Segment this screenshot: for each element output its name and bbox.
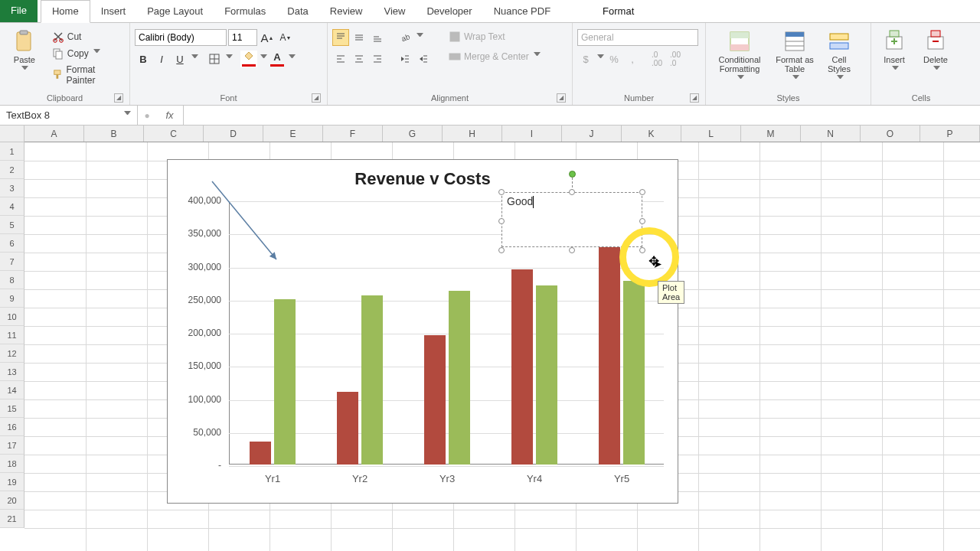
bar-revenue-yr4[interactable] bbox=[511, 269, 533, 465]
cut-button[interactable]: Cut bbox=[49, 29, 125, 44]
decrease-decimal-button[interactable]: .00.0 bbox=[667, 51, 684, 67]
col-K[interactable]: K bbox=[622, 126, 681, 142]
bar-costs-yr5[interactable] bbox=[623, 281, 645, 465]
alignment-launcher-icon[interactable]: ◢ bbox=[557, 93, 566, 103]
row-9[interactable]: 9 bbox=[0, 289, 24, 308]
rotation-handle[interactable] bbox=[569, 171, 576, 178]
insert-cells-button[interactable]: Insert bbox=[876, 29, 913, 75]
row-7[interactable]: 7 bbox=[0, 253, 24, 271]
fill-color-button[interactable] bbox=[240, 51, 257, 67]
row-20[interactable]: 20 bbox=[0, 491, 24, 510]
row-15[interactable]: 15 bbox=[0, 399, 24, 418]
col-L[interactable]: L bbox=[681, 126, 741, 142]
bar-revenue-yr3[interactable] bbox=[424, 335, 446, 465]
align-middle-button[interactable] bbox=[351, 29, 368, 46]
cell-styles-button[interactable]: Cell Styles bbox=[821, 29, 858, 84]
format-as-table-button[interactable]: Format as Table bbox=[773, 29, 816, 84]
comma-format-button[interactable]: , bbox=[624, 51, 641, 67]
borders-button[interactable] bbox=[206, 51, 223, 67]
arrow-annotation[interactable] bbox=[206, 175, 290, 267]
row-14[interactable]: 14 bbox=[0, 381, 24, 399]
increase-indent-button[interactable] bbox=[415, 51, 432, 67]
clipboard-launcher-icon[interactable]: ◢ bbox=[114, 93, 123, 103]
paste-button[interactable]: Paste bbox=[5, 29, 44, 75]
bar-costs-yr2[interactable] bbox=[361, 295, 383, 465]
tab-home[interactable]: Home bbox=[41, 0, 90, 23]
copy-button[interactable]: Copy bbox=[49, 46, 125, 61]
tab-insert[interactable]: Insert bbox=[90, 0, 137, 22]
font-color-button[interactable]: A bbox=[269, 51, 286, 67]
number-format-select[interactable] bbox=[577, 29, 698, 46]
tab-view[interactable]: View bbox=[373, 0, 416, 22]
tab-format-context[interactable]: Format bbox=[592, 0, 645, 22]
tab-data[interactable]: Data bbox=[276, 0, 318, 22]
decrease-indent-button[interactable] bbox=[397, 51, 413, 67]
select-all-corner[interactable] bbox=[0, 126, 24, 142]
col-A[interactable]: A bbox=[24, 126, 84, 142]
row-2[interactable]: 2 bbox=[0, 161, 24, 179]
worksheet[interactable]: ABCDEFGHIJKLMNOP 12345678910111213141516… bbox=[0, 126, 980, 551]
handle-n[interactable] bbox=[569, 189, 575, 195]
col-G[interactable]: G bbox=[383, 126, 443, 142]
accounting-format-button[interactable]: $ bbox=[577, 51, 594, 67]
bold-button[interactable]: B bbox=[135, 51, 152, 67]
col-O[interactable]: O bbox=[861, 126, 920, 142]
col-I[interactable]: I bbox=[502, 126, 562, 142]
handle-sw[interactable] bbox=[498, 247, 505, 253]
row-5[interactable]: 5 bbox=[0, 216, 24, 234]
font-name-select[interactable] bbox=[135, 29, 227, 46]
row-3[interactable]: 3 bbox=[0, 179, 24, 197]
col-F[interactable]: F bbox=[323, 126, 383, 142]
col-J[interactable]: J bbox=[562, 126, 622, 142]
handle-ne[interactable] bbox=[639, 189, 645, 195]
align-top-button[interactable] bbox=[332, 29, 349, 46]
handle-nw[interactable] bbox=[498, 189, 505, 195]
underline-button[interactable]: U bbox=[172, 51, 188, 67]
format-painter-button[interactable]: Format Painter bbox=[49, 63, 125, 87]
row-1[interactable]: 1 bbox=[0, 142, 24, 161]
number-launcher-icon[interactable]: ◢ bbox=[690, 93, 699, 103]
delete-cells-button[interactable]: Delete bbox=[917, 29, 954, 75]
tab-review[interactable]: Review bbox=[319, 0, 374, 22]
tab-formulas[interactable]: Formulas bbox=[214, 0, 276, 22]
conditional-formatting-button[interactable]: Conditional Formatting bbox=[710, 29, 769, 84]
bar-costs-yr4[interactable] bbox=[536, 285, 557, 465]
percent-format-button[interactable]: % bbox=[606, 51, 622, 67]
fx-icon[interactable]: fx bbox=[156, 106, 184, 125]
bar-costs-yr1[interactable] bbox=[274, 299, 296, 465]
orientation-button[interactable]: ab bbox=[397, 29, 413, 46]
row-13[interactable]: 13 bbox=[0, 363, 24, 381]
bar-revenue-yr2[interactable] bbox=[337, 392, 358, 465]
chart-textbox[interactable]: Good bbox=[501, 192, 642, 247]
col-H[interactable]: H bbox=[443, 126, 502, 142]
handle-s[interactable] bbox=[569, 247, 575, 253]
shrink-font-button[interactable]: A▼ bbox=[277, 29, 294, 46]
increase-decimal-button[interactable]: .0.00 bbox=[648, 51, 665, 67]
col-E[interactable]: E bbox=[263, 126, 323, 142]
row-18[interactable]: 18 bbox=[0, 455, 24, 473]
col-D[interactable]: D bbox=[204, 126, 263, 142]
font-launcher-icon[interactable]: ◢ bbox=[312, 93, 321, 103]
row-16[interactable]: 16 bbox=[0, 418, 24, 436]
row-4[interactable]: 4 bbox=[0, 197, 24, 216]
bar-costs-yr3[interactable] bbox=[449, 291, 470, 465]
align-center-button[interactable] bbox=[351, 51, 368, 67]
tab-developer[interactable]: Developer bbox=[416, 0, 482, 22]
bar-revenue-yr5[interactable] bbox=[599, 246, 620, 465]
col-C[interactable]: C bbox=[144, 126, 204, 142]
bar-revenue-yr1[interactable] bbox=[250, 442, 271, 465]
row-11[interactable]: 11 bbox=[0, 326, 24, 344]
font-size-select[interactable] bbox=[228, 29, 257, 46]
row-8[interactable]: 8 bbox=[0, 271, 24, 289]
align-bottom-button[interactable] bbox=[369, 29, 386, 46]
name-box[interactable]: TextBox 8 bbox=[0, 106, 138, 125]
tab-nuance-pdf[interactable]: Nuance PDF bbox=[483, 0, 561, 22]
col-P[interactable]: P bbox=[920, 126, 980, 142]
col-B[interactable]: B bbox=[84, 126, 144, 142]
handle-w[interactable] bbox=[498, 218, 505, 224]
col-N[interactable]: N bbox=[801, 126, 861, 142]
row-12[interactable]: 12 bbox=[0, 344, 24, 363]
row-19[interactable]: 19 bbox=[0, 473, 24, 491]
italic-button[interactable]: I bbox=[153, 51, 170, 67]
chart-object[interactable]: Revenue v Costs -50,000100,000150,000200… bbox=[167, 159, 678, 504]
